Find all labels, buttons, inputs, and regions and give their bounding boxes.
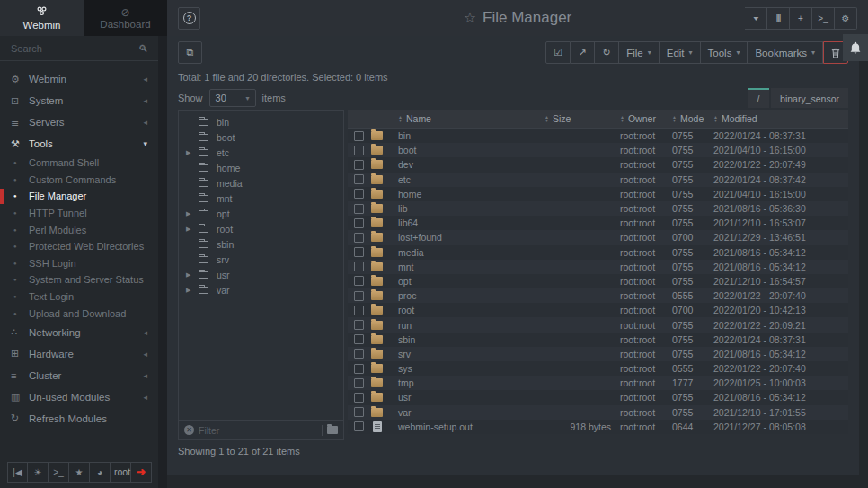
refresh-button[interactable]: ↻ [595, 41, 619, 64]
expand-caret-icon[interactable]: ▶ [186, 287, 199, 294]
row-checkbox[interactable] [354, 291, 364, 301]
sidebar-category[interactable]: ≡ Cluster ◂ [0, 365, 158, 386]
add-icon[interactable]: + [790, 7, 812, 30]
terminal-icon[interactable]: >_ [812, 7, 835, 30]
logout-button[interactable]: ➜ [131, 462, 152, 483]
table-row[interactable]: usr root:root 0755 2021/08/16 - 05:34:12 [348, 390, 848, 404]
search-input[interactable] [11, 43, 138, 54]
favorite-star-icon[interactable]: ☆ [464, 10, 476, 25]
sidebar-category[interactable]: ⊞ Hardware ◂ [0, 343, 158, 365]
expand-caret-icon[interactable]: ▶ [186, 149, 199, 156]
table-row[interactable]: home root:root 0755 2021/04/10 - 16:15:0… [348, 187, 848, 201]
row-checkbox[interactable] [354, 204, 364, 214]
sidebar-subitem[interactable]: ● HTTP Tunnel [0, 205, 158, 222]
table-row[interactable]: boot root:root 0755 2021/04/10 - 16:15:0… [348, 143, 848, 157]
row-checkbox[interactable] [354, 334, 364, 344]
row-checkbox[interactable] [354, 421, 364, 431]
sidebar-subitem[interactable]: ● SSH Login [0, 255, 158, 272]
sort-icon[interactable]: ▲▼ [672, 115, 677, 122]
sort-icon[interactable]: ▲▼ [620, 115, 624, 122]
tree-item[interactable]: ▶ sbin [179, 236, 343, 252]
collapse-sidebar-button[interactable]: |◀ [7, 462, 28, 483]
table-row[interactable]: lost+found root:root 0700 2021/12/29 - 1… [348, 230, 848, 244]
table-row[interactable]: sbin root:root 0755 2022/01/24 - 08:37:3… [348, 333, 848, 347]
column-name[interactable]: Name [406, 113, 431, 124]
sort-icon[interactable]: ▲▼ [713, 115, 718, 122]
table-row[interactable]: sys root:root 0555 2022/01/22 - 20:07:40 [348, 361, 848, 376]
table-row[interactable]: webmin-setup.out 918 bytes root:root 064… [348, 420, 848, 434]
table-row[interactable]: bin root:root 0755 2022/01/24 - 08:37:31 [348, 129, 848, 143]
shell-button[interactable]: >_ [49, 462, 69, 483]
table-row[interactable]: var root:root 0755 2021/12/10 - 17:01:55 [348, 405, 848, 420]
sidebar-category[interactable]: ↻ Refresh Modules [0, 408, 158, 430]
tree-item[interactable]: ▶ var [179, 282, 343, 297]
tree-item[interactable]: ▶ etc [179, 145, 343, 160]
export-button[interactable]: ↗ [571, 41, 595, 64]
sidebar-subitem[interactable]: ● System and Server Status [0, 271, 158, 288]
expand-caret-icon[interactable]: ▶ [186, 226, 199, 233]
sidebar-category[interactable]: ▥ Un-used Modules ◂ [0, 386, 158, 408]
row-checkbox[interactable] [354, 174, 364, 184]
table-row[interactable]: srv root:root 0755 2021/08/16 - 05:34:12 [348, 347, 848, 361]
table-row[interactable]: etc root:root 0755 2022/01/24 - 08:37:42 [348, 173, 848, 187]
tree-item[interactable]: ▶ mnt [179, 191, 343, 206]
table-row[interactable]: lib root:root 0755 2021/08/16 - 05:36:30 [348, 201, 848, 216]
tools-menu-button[interactable]: Tools▾ [701, 41, 748, 64]
row-checkbox[interactable] [354, 407, 364, 417]
help-button[interactable]: ? [178, 7, 200, 30]
tree-item[interactable]: ▶ opt [179, 206, 343, 221]
columns-icon[interactable]: ||| [767, 7, 790, 30]
row-checkbox[interactable] [354, 146, 364, 155]
table-row[interactable]: mnt root:root 0755 2021/08/16 - 05:34:12 [348, 260, 848, 274]
page-size-select[interactable]: 30 ▾ [209, 89, 256, 107]
tree-item[interactable]: ▶ home [179, 160, 343, 175]
copy-path-button[interactable]: ⧉ [178, 41, 202, 64]
edit-menu-button[interactable]: Edit▾ [660, 41, 701, 64]
column-owner[interactable]: Owner [628, 113, 656, 124]
sidebar-subitem[interactable]: ● Upload and Download [0, 305, 158, 322]
row-checkbox[interactable] [354, 364, 364, 374]
filter-input[interactable] [199, 425, 317, 436]
tree-item[interactable]: ▶ srv [179, 252, 343, 267]
sidebar-category[interactable]: ≣ Servers ◂ [0, 111, 158, 133]
table-row[interactable]: proc root:root 0555 2022/01/22 - 20:07:4… [348, 288, 848, 303]
row-checkbox[interactable] [354, 189, 364, 199]
table-row[interactable]: run root:root 0755 2022/01/22 - 20:09:21 [348, 317, 848, 332]
notifications-toggle[interactable] [843, 34, 868, 61]
table-row[interactable]: tmp root:root 1777 2022/01/25 - 10:00:03 [348, 376, 848, 390]
column-size[interactable]: Size [553, 113, 571, 124]
row-checkbox[interactable] [354, 320, 364, 330]
sidebar-subitem[interactable]: ● File Manager [0, 188, 158, 205]
sidebar-subitem[interactable]: ● Custom Commands [0, 172, 158, 189]
theme-toggle-button[interactable]: ☀ [28, 462, 49, 483]
sidebar-subitem[interactable]: ● Perl Modules [0, 221, 158, 238]
sidebar-subitem[interactable]: ● Command Shell [0, 155, 158, 172]
sort-icon[interactable]: ▲▼ [398, 115, 403, 122]
row-checkbox[interactable] [354, 276, 364, 286]
row-checkbox[interactable] [354, 218, 364, 228]
language-button[interactable]: ◕ [90, 462, 111, 483]
table-row[interactable]: media root:root 0755 2021/08/16 - 05:34:… [348, 245, 848, 260]
expand-caret-icon[interactable]: ▶ [186, 210, 199, 217]
row-checkbox[interactable] [354, 378, 364, 388]
row-checkbox[interactable] [354, 349, 364, 359]
sidebar-subitem[interactable]: ● Text Login [0, 288, 158, 306]
settings-icon[interactable]: ⚙ [835, 7, 857, 30]
sort-icon[interactable]: ▲▼ [545, 115, 549, 122]
sidebar-category[interactable]: ⊡ System ◂ [0, 90, 158, 111]
tree-item[interactable]: ▶ boot [179, 129, 343, 145]
column-mode[interactable]: Mode [680, 113, 704, 124]
column-modified[interactable]: Modified [722, 113, 757, 124]
table-row[interactable]: dev root:root 0755 2022/01/22 - 20:07:49 [348, 157, 848, 172]
row-checkbox[interactable] [354, 306, 364, 315]
clear-filter-icon[interactable]: ✕ [184, 425, 194, 435]
file-menu-button[interactable]: File▾ [619, 41, 660, 64]
tree-item[interactable]: ▶ usr [179, 267, 343, 282]
sidebar-category-tools[interactable]: ⚒ Tools ▾ [0, 133, 158, 155]
row-checkbox[interactable] [354, 262, 364, 271]
row-checkbox[interactable] [354, 131, 364, 141]
row-checkbox[interactable] [354, 233, 364, 243]
table-row[interactable]: opt root:root 0755 2021/12/10 - 16:54:57 [348, 274, 848, 288]
sidebar-category[interactable]: ∴ Networking ◂ [0, 322, 158, 343]
breadcrumb-tab[interactable]: / [748, 88, 769, 108]
